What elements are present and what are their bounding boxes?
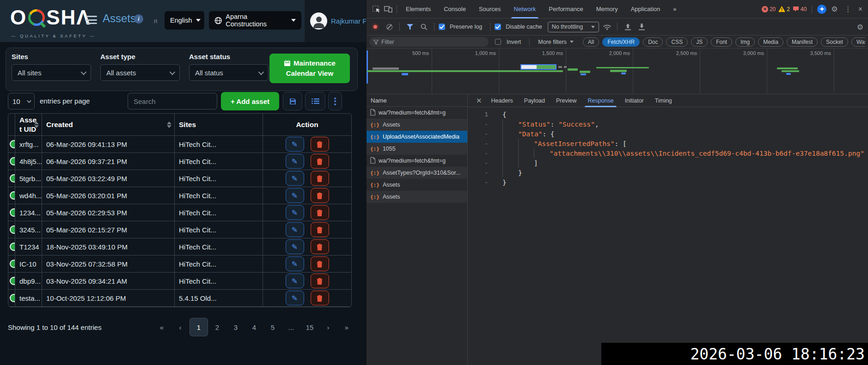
edit-button[interactable]: ✎: [286, 274, 304, 288]
close-panel-icon[interactable]: ✕: [472, 97, 486, 105]
page-button-5[interactable]: 5: [263, 318, 282, 336]
panel-tab-payload[interactable]: Payload: [519, 94, 550, 107]
network-overview-timeline[interactable]: 500 ms1,000 ms1,500 ms2,000 ms2,500 ms3,…: [367, 49, 868, 94]
preserve-log-checkbox[interactable]: [439, 24, 445, 30]
table-row[interactable]: T123418-Nov-2025 03:49:10 PMHiTech Cit..…: [8, 238, 351, 256]
panel-tab-response[interactable]: Response: [582, 94, 619, 107]
edit-button[interactable]: ✎: [286, 137, 304, 152]
resource-chip-wasm[interactable]: Wasm: [851, 37, 865, 47]
table-row[interactable]: dbp9...03-Nov-2025 09:34:21 AMHiTech Cit…: [8, 273, 351, 290]
resource-chip-css[interactable]: CSS: [666, 37, 688, 47]
search-icon[interactable]: [418, 21, 430, 33]
edit-button[interactable]: ✎: [286, 256, 304, 271]
resource-chip-media[interactable]: Media: [758, 37, 783, 47]
user-avatar[interactable]: [310, 12, 327, 30]
delete-button[interactable]: [311, 256, 329, 271]
filter-icon[interactable]: [404, 21, 416, 33]
more-actions-button[interactable]: [328, 92, 342, 110]
table-row[interactable]: xrftg...06-Mar-2026 09:41:13 PMHiTech Ci…: [8, 136, 351, 153]
more-options-icon[interactable]: ⋮: [843, 5, 854, 13]
table-row[interactable]: wd4h...05-Mar-2026 03:20:01 PMHiTech Cit…: [8, 187, 351, 204]
edit-button[interactable]: ✎: [286, 222, 304, 237]
panel-tab-headers[interactable]: Headers: [486, 94, 519, 107]
delete-button[interactable]: [311, 291, 329, 305]
devtools-tab-elements[interactable]: Elements: [399, 0, 437, 18]
table-row[interactable]: 3245...05-Mar-2026 02:15:27 PMHiTech Cit…: [8, 221, 351, 238]
edit-button[interactable]: ✎: [286, 205, 304, 220]
request-row[interactable]: {:}1055: [367, 143, 467, 155]
response-body-viewer[interactable]: 1{-"Status": "Success",-"Data": {-"Asset…: [468, 107, 868, 187]
language-dropdown[interactable]: English: [165, 11, 204, 30]
page-button-4[interactable]: 4: [245, 318, 263, 336]
table-row[interactable]: testa...10-Oct-2025 12:12:06 PM5.4.15 Ol…: [8, 290, 351, 307]
page-button-»[interactable]: »: [337, 318, 356, 336]
uid-column-header[interactable]: Asse t UID: [15, 114, 42, 136]
console-warnings-badge[interactable]: 2: [778, 6, 790, 12]
edit-button[interactable]: ✎: [286, 239, 304, 254]
record-network-log-icon[interactable]: [369, 21, 381, 33]
table-row[interactable]: 4h8j5...06-Mar-2026 09:37:21 PMHiTech Ci…: [8, 153, 351, 170]
request-list-header[interactable]: Name: [367, 94, 467, 107]
console-errors-badge[interactable]: ✕ 20: [762, 6, 776, 12]
request-row[interactable]: {:}Assets: [367, 119, 467, 131]
resource-chip-socket[interactable]: Socket: [821, 37, 848, 47]
devtools-tab-application[interactable]: Application: [624, 0, 667, 18]
delete-button[interactable]: [311, 239, 329, 254]
delete-button[interactable]: [311, 274, 329, 288]
devtools-tab-network[interactable]: Network: [507, 0, 543, 18]
page-button-«[interactable]: «: [153, 318, 171, 336]
settings-gear-icon[interactable]: ⚙: [829, 5, 839, 13]
export-har-icon[interactable]: [636, 21, 648, 33]
resource-chip-img[interactable]: Img: [735, 37, 755, 47]
request-row[interactable]: {:}UploadAssetAssociatedMedia: [367, 131, 467, 143]
devtools-tab-performance[interactable]: Performance: [542, 0, 589, 18]
page-button-3[interactable]: 3: [226, 318, 245, 336]
organization-dropdown[interactable]: Aparna Constructions: [209, 11, 301, 30]
edit-button[interactable]: ✎: [286, 171, 304, 186]
request-row[interactable]: {:}Assets: [367, 191, 467, 203]
column-settings-button[interactable]: [305, 92, 325, 110]
clear-network-log-icon[interactable]: [383, 21, 395, 33]
info-icon[interactable]: i: [134, 14, 143, 24]
add-asset-button[interactable]: + Add asset: [221, 92, 279, 110]
ai-assistant-icon[interactable]: [817, 5, 826, 14]
search-input[interactable]: [128, 93, 217, 110]
delete-button[interactable]: [311, 188, 329, 203]
invert-checkbox[interactable]: [495, 39, 501, 45]
request-row[interactable]: wa/?medium=fetch&fmt=g: [367, 107, 467, 119]
disable-cache-checkbox[interactable]: [495, 24, 501, 30]
panel-tab-timing[interactable]: Timing: [649, 94, 678, 107]
import-har-icon[interactable]: [622, 21, 634, 33]
page-button-15[interactable]: 15: [300, 318, 319, 336]
network-filter-input[interactable]: Filter: [369, 37, 489, 47]
edit-button[interactable]: ✎: [286, 154, 304, 169]
resource-chip-fetch/xhr[interactable]: Fetch/XHR: [602, 37, 640, 47]
close-devtools-icon[interactable]: ×: [856, 5, 864, 13]
throttling-select[interactable]: No throttling: [548, 22, 599, 32]
device-toolbar-icon[interactable]: [382, 3, 394, 15]
resource-chip-manifest[interactable]: Manifest: [787, 37, 818, 47]
resource-chip-all[interactable]: All: [583, 37, 599, 47]
resource-chip-doc[interactable]: Doc: [643, 37, 663, 47]
page-size-select[interactable]: 10: [8, 93, 35, 110]
page-button-‹[interactable]: ‹: [171, 318, 189, 336]
edit-button[interactable]: ✎: [286, 188, 304, 203]
edit-button[interactable]: ✎: [286, 291, 304, 305]
hamburger-menu-icon[interactable]: [86, 16, 97, 25]
inspect-element-icon[interactable]: [370, 3, 382, 15]
devtools-tab-console[interactable]: Console: [437, 0, 472, 18]
filter-select[interactable]: All sites: [12, 64, 91, 81]
devtools-tab-memory[interactable]: Memory: [590, 0, 624, 18]
more-filters-button[interactable]: More filters: [538, 39, 574, 45]
network-settings-gear-icon[interactable]: ⚙: [855, 23, 865, 31]
devtools-tab-»[interactable]: »: [666, 0, 683, 18]
delete-button[interactable]: [311, 222, 329, 237]
request-row[interactable]: {:}AssetTypes?OrgId=310&Sor...: [367, 167, 467, 179]
page-button-...[interactable]: ...: [282, 318, 300, 336]
filter-select[interactable]: All status: [189, 64, 269, 81]
page-button-1[interactable]: 1: [189, 318, 208, 336]
save-view-button[interactable]: [283, 92, 302, 110]
request-row[interactable]: wa/?medium=fetch&fmt=g: [367, 155, 467, 167]
delete-button[interactable]: [311, 205, 329, 220]
username-label[interactable]: Rajkumar P: [331, 17, 366, 25]
